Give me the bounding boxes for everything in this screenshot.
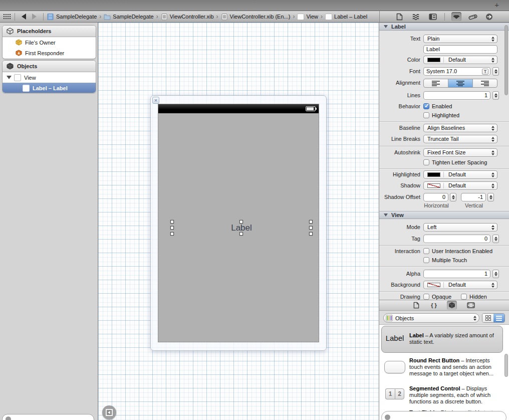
checkbox-icon[interactable]	[423, 294, 429, 300]
placeholders-header[interactable]: Placeholders	[3, 26, 96, 37]
color-swatch	[427, 58, 440, 62]
library-item-round-rect-button[interactable]: Round Rect Button – Intercepts touch eve…	[379, 354, 509, 382]
list-view-button[interactable]	[493, 314, 504, 322]
objects-group: Objects View Label – Label	[2, 60, 96, 93]
outline-filter-field[interactable]	[2, 414, 94, 420]
outline-toggle-button[interactable]	[102, 405, 116, 419]
autoshrink-popup[interactable]: Fixed Font Size	[423, 148, 497, 157]
clear-color-swatch	[427, 183, 440, 188]
breadcrumb-view[interactable]: View	[297, 14, 318, 20]
disclosure-triangle-icon[interactable]	[7, 76, 12, 79]
add-button[interactable]: +	[494, 1, 499, 9]
connections-inspector-icon[interactable]	[484, 12, 494, 21]
library-filter-field[interactable]	[381, 411, 506, 420]
shadow-horizontal-field[interactable]: 0	[423, 193, 448, 201]
align-left-button[interactable]	[424, 79, 448, 87]
alpha-stepper[interactable]	[492, 270, 499, 278]
view-section-header[interactable]: View	[379, 211, 509, 219]
library-scrollbar[interactable]	[504, 354, 508, 377]
selected-label-control[interactable]: Label	[172, 222, 311, 234]
resize-handle[interactable]	[170, 226, 174, 230]
align-center-button[interactable]	[448, 79, 473, 87]
shadow-vertical-field[interactable]: -1	[461, 193, 486, 201]
label-text[interactable]: Label	[172, 223, 311, 233]
highlighted-color-popup[interactable]: Default	[423, 170, 497, 179]
forward-button[interactable]	[32, 14, 37, 20]
library-item-label[interactable]: Label Label – A variably sized amount of…	[379, 326, 509, 354]
multiple-touch-row: Multiple Touch	[379, 257, 509, 264]
resize-handle[interactable]	[309, 220, 313, 224]
outline-view-row[interactable]: View	[3, 72, 96, 83]
related-items-icon[interactable]	[4, 14, 11, 20]
resize-handle[interactable]	[239, 220, 243, 224]
inspector-scrollbar[interactable]	[504, 25, 508, 95]
label-text-field[interactable]: Label	[423, 45, 497, 54]
background-popup[interactable]: Default	[423, 281, 497, 289]
first-responder-row[interactable]: First Responder	[3, 48, 96, 58]
attributes-inspector-icon[interactable]	[451, 12, 461, 21]
library-scope-popup[interactable]: Objects	[383, 313, 479, 323]
resize-handle[interactable]	[170, 220, 174, 224]
tag-stepper[interactable]	[492, 235, 499, 243]
font-picker-icon[interactable]: T	[482, 69, 488, 75]
object-library-icon[interactable]	[447, 301, 457, 310]
checkbox-checked-icon[interactable]: ✓	[423, 103, 429, 109]
opaque-checkbox[interactable]: Opaque	[423, 293, 451, 300]
breadcrumb-project[interactable]: SampleDelegate	[47, 14, 97, 20]
font-field[interactable]: System 17.0 T	[423, 67, 490, 76]
checkbox-icon[interactable]	[423, 257, 429, 263]
checkbox-icon[interactable]	[423, 159, 429, 165]
breadcrumb-label[interactable]: Label – Label	[325, 14, 367, 20]
shadow-color-popup[interactable]: Default	[423, 181, 497, 190]
breadcrumb-file-locale[interactable]: ViewController.xib (En...)	[221, 14, 291, 20]
checkbox-icon[interactable]	[423, 112, 429, 118]
tag-field[interactable]: 0	[423, 235, 490, 243]
baseline-popup[interactable]: Align Baselines	[423, 124, 497, 132]
shadow-vertical-stepper[interactable]	[487, 193, 494, 201]
code-snippet-library-icon[interactable]: { }	[429, 301, 438, 310]
resize-handle[interactable]	[170, 232, 174, 236]
identity-inspector-icon[interactable]	[428, 12, 438, 21]
line-breaks-popup[interactable]: Truncate Tail	[423, 135, 497, 143]
breadcrumb-file[interactable]: ViewController.xib	[161, 14, 214, 20]
font-stepper[interactable]	[492, 67, 499, 76]
shadow-horizontal-stepper[interactable]	[450, 193, 456, 201]
hidden-checkbox[interactable]: Hidden	[461, 293, 487, 300]
multiple-touch-checkbox[interactable]: Multiple Touch	[423, 257, 467, 264]
objects-header[interactable]: Objects	[3, 61, 96, 72]
files-owner-row[interactable]: File's Owner	[3, 37, 96, 48]
align-right-button[interactable]	[473, 79, 497, 87]
library-item-segmented-control[interactable]: 12 Segmented Control – Displays multiple…	[379, 382, 509, 408]
highlighted-checkbox[interactable]: Highlighted	[423, 112, 459, 119]
color-popup[interactable]: Default	[423, 56, 497, 64]
close-icon[interactable]: ×	[152, 97, 159, 104]
resize-handle[interactable]	[239, 232, 243, 236]
outline-label-row[interactable]: Label – Label	[3, 83, 96, 93]
chevron-icon: ›	[293, 13, 295, 20]
disclosure-triangle-icon[interactable]	[384, 214, 388, 217]
lines-field[interactable]: 1	[423, 91, 490, 100]
enabled-checkbox[interactable]: ✓ Enabled	[423, 103, 452, 110]
breadcrumb-group[interactable]: SampleDelegate	[104, 14, 153, 20]
ib-canvas[interactable]: × Label	[98, 23, 379, 420]
user-interaction-checkbox[interactable]: User Interaction Enabled	[423, 248, 492, 255]
view-icon	[14, 74, 21, 81]
media-library-icon[interactable]	[465, 301, 476, 310]
resize-handle[interactable]	[309, 232, 313, 236]
text-type-popup[interactable]: Plain	[423, 35, 497, 43]
label-section-header[interactable]: Label	[379, 23, 509, 31]
checkbox-icon[interactable]	[461, 294, 467, 300]
lines-stepper[interactable]	[492, 91, 499, 100]
file-inspector-icon[interactable]	[395, 12, 405, 21]
size-inspector-icon[interactable]	[468, 12, 478, 21]
mode-popup[interactable]: Left	[423, 223, 497, 232]
file-template-library-icon[interactable]	[412, 301, 421, 310]
resize-handle[interactable]	[309, 226, 313, 230]
disclosure-triangle-icon[interactable]	[384, 25, 388, 28]
checkbox-icon[interactable]	[423, 248, 429, 254]
back-button[interactable]	[22, 14, 26, 20]
tighten-checkbox[interactable]: Tighten Letter Spacing	[423, 159, 487, 166]
quick-help-inspector-icon[interactable]	[411, 12, 421, 21]
alpha-field[interactable]: 1	[423, 270, 490, 278]
grid-view-button[interactable]	[482, 314, 493, 322]
